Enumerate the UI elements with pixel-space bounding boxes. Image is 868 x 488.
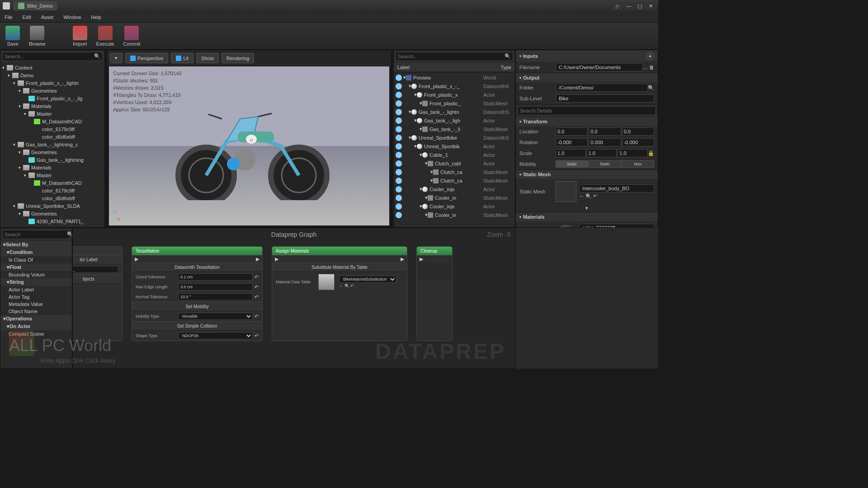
menu-asset[interactable]: Asset: [41, 14, 54, 20]
tree-item[interactable]: ▾Demo: [0, 71, 104, 79]
loc-z[interactable]: [622, 127, 654, 136]
rot-z[interactable]: [622, 138, 654, 146]
col-label[interactable]: Label: [397, 65, 500, 70]
tree-item[interactable]: ▾Geometries: [0, 210, 104, 217]
mobility-movable[interactable]: Mov: [622, 160, 654, 168]
loc-x[interactable]: [556, 127, 588, 136]
node-actor-label[interactable]: tor Label bjects: [72, 246, 123, 341]
filename-value[interactable]: C:/Users/Owner/Documents: [556, 63, 643, 71]
mesh-thumbnail[interactable]: [556, 181, 576, 202]
outliner-item[interactable]: ▾PreviewWorld: [394, 73, 515, 82]
selectby-item[interactable]: Actor Label: [0, 286, 72, 293]
tree-item[interactable]: ▾Geometries: [0, 148, 104, 156]
tree-item[interactable]: color_d6d6ebff: [0, 194, 104, 202]
viewport-scene[interactable]: Current Screen Size: 1.670149#Static Mes…: [109, 66, 389, 225]
outliner-item[interactable]: ▾Clutch_caStaticMesh: [394, 168, 515, 176]
tree-item[interactable]: color_d6d6ebff: [0, 133, 104, 141]
tree-item[interactable]: ▾Master: [0, 171, 104, 179]
outliner-item[interactable]: ▾Cable_1Actor: [394, 150, 515, 159]
outliner-item[interactable]: ▾Front_plastic_x_-_DatasmithS: [394, 82, 515, 90]
rot-x[interactable]: [556, 138, 588, 146]
folder-input[interactable]: [556, 84, 648, 92]
tree-item[interactable]: ▾Front_plastic_x_-_lightn: [0, 79, 104, 87]
outliner-item[interactable]: ▾Gas_tank_-_lighActor: [394, 116, 515, 125]
outliner-item[interactable]: ▾Gas_tank_-_liStaticMesh: [394, 125, 515, 133]
tree-item[interactable]: M_DatasmithCAD: [0, 117, 104, 125]
menu-window[interactable]: Window: [63, 14, 81, 20]
tree-item[interactable]: ▾Master: [0, 110, 104, 117]
outliner-item[interactable]: ▾Unreal_SportbikActor: [394, 142, 515, 150]
selectby-group[interactable]: ▾String: [0, 278, 72, 286]
maximize-button[interactable]: ▢: [635, 2, 645, 10]
close-button[interactable]: ✕: [646, 2, 656, 10]
tree-item[interactable]: M_DatasmithCAD: [0, 179, 104, 187]
outliner-item[interactable]: ▾Cooler_injeActor: [394, 185, 515, 193]
output-section-header[interactable]: ▾Output: [516, 73, 658, 82]
browse-button[interactable]: Browse: [29, 26, 46, 47]
browse-icon[interactable]: …: [643, 65, 648, 70]
tree-item[interactable]: color_6179c9ff: [0, 125, 104, 133]
tree-item[interactable]: ▾Geometries: [0, 87, 104, 94]
mobility-select[interactable]: Movable: [178, 313, 253, 320]
tree-item[interactable]: 4290_ATN9_PART1_: [0, 217, 104, 225]
details-search-input[interactable]: [520, 108, 654, 113]
content-search-input[interactable]: [5, 54, 94, 59]
scl-y[interactable]: [587, 149, 617, 157]
minimize-button[interactable]: —: [624, 2, 634, 10]
node-assign-materials[interactable]: Assign Materials ▶▶ Substitute Material …: [272, 246, 407, 341]
document-tab[interactable]: Bike_Demo: [14, 1, 57, 10]
details-search[interactable]: [518, 106, 656, 115]
tree-item[interactable]: color_6179c9ff: [0, 187, 104, 194]
tree-item[interactable]: ▾Gas_tank_-_lightning_c: [0, 141, 104, 148]
rendering-button[interactable]: Rendering: [222, 53, 255, 63]
search-icon[interactable]: 🔍: [648, 85, 654, 91]
save-button[interactable]: Save: [5, 26, 20, 47]
loc-y[interactable]: [589, 127, 621, 136]
selectby-group[interactable]: ▾Condition: [0, 249, 72, 256]
content-search[interactable]: 🔍: [2, 52, 103, 61]
tree-item[interactable]: ▾Materials: [0, 102, 104, 110]
hat-icon[interactable]: 🎓: [613, 2, 623, 10]
perspective-button[interactable]: Perspective: [125, 53, 168, 63]
outliner-item[interactable]: ▾Cooler_injeActor: [394, 202, 515, 211]
rot-y[interactable]: [589, 138, 621, 146]
lock-icon[interactable]: 🔒: [648, 150, 654, 156]
outliner-item[interactable]: ▾Clutch_caStaticMesh: [394, 176, 515, 185]
commit-button[interactable]: Commit: [123, 26, 140, 47]
selectby-item[interactable]: Metadata Value: [0, 300, 72, 308]
datatable-select[interactable]: BikeMaterialSubstitution: [339, 276, 396, 283]
inputs-section-header[interactable]: ▾Inputs+: [516, 50, 658, 62]
tree-item[interactable]: Front_plastic_x_-_lig: [0, 94, 104, 102]
outliner-item[interactable]: ▾Unreal_SportbikeDatasmithS: [394, 133, 515, 142]
scl-x[interactable]: [556, 149, 586, 157]
selectby-item[interactable]: Object Name: [0, 308, 72, 315]
outliner-item[interactable]: ▾Cooler_inStaticMesh: [394, 193, 515, 202]
outliner-search-input[interactable]: [398, 54, 505, 59]
execute-button[interactable]: Execute: [96, 26, 114, 47]
tree-item[interactable]: ▾Materials: [0, 164, 104, 171]
materials-section-header[interactable]: ▾Materials: [516, 212, 658, 221]
selectby-item[interactable]: Bounding Volum: [0, 271, 72, 278]
tree-item[interactable]: ▾Content: [0, 64, 104, 71]
selectby-item[interactable]: Is Class Of: [0, 256, 72, 263]
selectby-search-input[interactable]: [5, 232, 67, 237]
menu-help[interactable]: Help: [91, 14, 101, 20]
outliner-search[interactable]: 🔍: [396, 52, 513, 61]
outliner-item[interactable]: ▾Front_plastic_xActor: [394, 90, 515, 99]
selectby-search[interactable]: 🔍: [2, 230, 70, 239]
col-type[interactable]: Type: [500, 65, 511, 70]
tree-item[interactable]: Gas_tank_-_lightning: [0, 156, 104, 164]
outliner-item[interactable]: ▾Clutch_cablActor: [394, 159, 515, 168]
normal-input[interactable]: [178, 293, 253, 300]
staticmesh-section-header[interactable]: ▾Static Mesh: [516, 170, 658, 179]
import-button[interactable]: Import: [73, 26, 87, 47]
datatable-thumbnail[interactable]: [318, 274, 335, 290]
add-input-button[interactable]: +: [646, 52, 654, 60]
node-tessellation[interactable]: Tessellation ▶▶ Datasmith Tessellation C…: [132, 246, 263, 341]
sublevel-input[interactable]: [556, 94, 654, 103]
material-asset[interactable]: color_333333ff: [579, 224, 654, 228]
shape-select[interactable]: NDOP26: [178, 332, 253, 339]
outliner-item[interactable]: ▾Front_plastic_StaticMesh: [394, 99, 515, 108]
tree-item[interactable]: ▾Unreal_Sportbike_SLDA: [0, 202, 104, 210]
outliner-item[interactable]: ▾Gas_tank_-_lightnDatasmithS: [394, 108, 515, 116]
